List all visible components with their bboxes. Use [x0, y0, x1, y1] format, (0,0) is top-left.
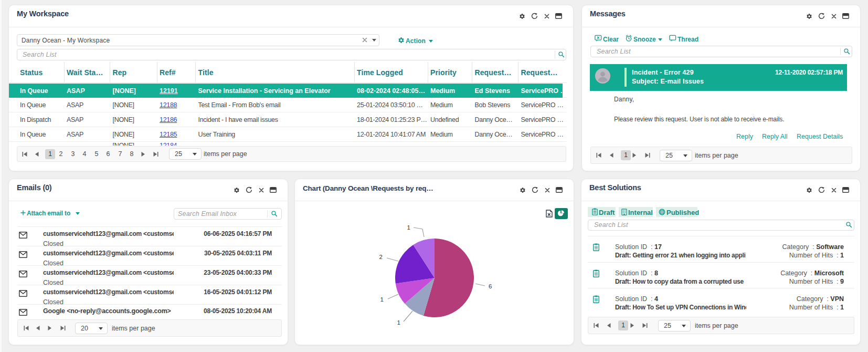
svg-text:1: 1 — [407, 224, 410, 231]
svg-text:2: 2 — [379, 254, 383, 260]
svg-text:1: 1 — [397, 319, 400, 326]
svg-text:6: 6 — [489, 283, 492, 289]
svg-text:1: 1 — [380, 296, 384, 303]
